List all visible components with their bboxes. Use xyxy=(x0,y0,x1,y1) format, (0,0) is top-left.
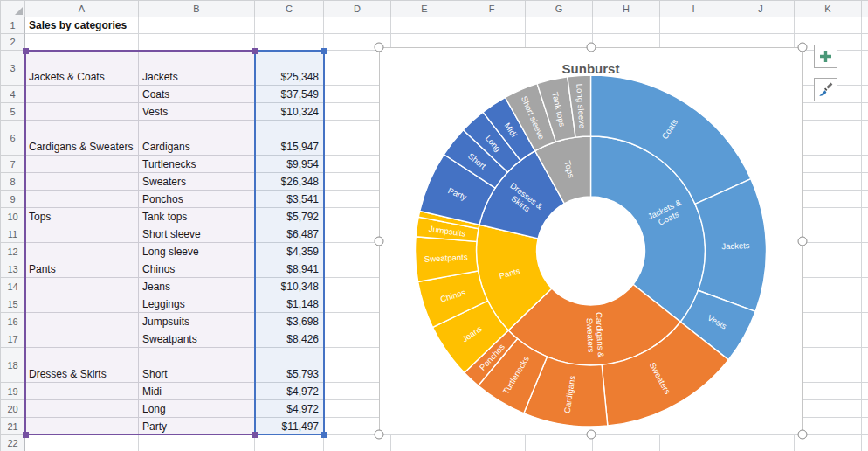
cell-K9[interactable] xyxy=(795,191,862,208)
cell-L16[interactable] xyxy=(862,313,868,330)
chart-resize-handle[interactable] xyxy=(375,236,384,246)
cell-L3[interactable] xyxy=(862,51,868,86)
row-header-13[interactable]: 13 xyxy=(1,260,25,278)
col-header-E[interactable]: E xyxy=(391,1,458,17)
cell-L11[interactable] xyxy=(862,226,868,243)
col-header-I[interactable]: I xyxy=(660,1,727,17)
row-header-14[interactable]: 14 xyxy=(1,278,25,295)
cell-L9[interactable] xyxy=(862,191,868,208)
cell-I22[interactable] xyxy=(660,435,727,451)
category-range-handle[interactable] xyxy=(252,48,258,54)
category-range-handle[interactable] xyxy=(23,432,29,438)
col-header-A[interactable]: A xyxy=(25,1,139,17)
row-header-9[interactable]: 9 xyxy=(1,191,25,208)
value-range-handle[interactable] xyxy=(321,48,327,54)
chart-resize-handle[interactable] xyxy=(798,236,808,246)
value-range-handle[interactable] xyxy=(321,432,327,438)
cell-K13[interactable] xyxy=(795,260,862,278)
chart-resize-handle[interactable] xyxy=(375,43,384,52)
row-header-16[interactable]: 16 xyxy=(1,313,25,330)
cell-L12[interactable] xyxy=(862,243,868,260)
col-header-J[interactable]: J xyxy=(727,1,795,17)
cell-L19[interactable] xyxy=(862,383,868,400)
cell-L1[interactable] xyxy=(862,17,868,34)
row-header-18[interactable]: 18 xyxy=(1,348,25,383)
cell-A22[interactable] xyxy=(25,435,139,451)
row-header-20[interactable]: 20 xyxy=(1,400,25,418)
chart-resize-handle[interactable] xyxy=(798,430,808,440)
cell-J22[interactable] xyxy=(727,435,795,451)
cell-A1[interactable]: Sales by categories xyxy=(25,17,139,34)
cell-E22[interactable] xyxy=(391,435,458,451)
row-header-17[interactable]: 17 xyxy=(1,330,25,348)
col-header-F[interactable]: F xyxy=(458,1,526,17)
cell-L18[interactable] xyxy=(862,348,868,383)
cell-L6[interactable] xyxy=(862,121,868,156)
cell-K18[interactable] xyxy=(795,348,862,383)
col-header-partial[interactable] xyxy=(862,1,868,17)
row-header-6[interactable]: 6 xyxy=(1,121,25,156)
cell-L13[interactable] xyxy=(862,260,868,278)
row-header-15[interactable]: 15 xyxy=(1,295,25,313)
cell-B1[interactable] xyxy=(139,17,255,34)
cell-K1[interactable] xyxy=(795,17,862,34)
cell-L17[interactable] xyxy=(862,330,868,348)
cell-L10[interactable] xyxy=(862,208,868,226)
cell-K15[interactable] xyxy=(795,295,862,313)
value-range-highlight[interactable] xyxy=(254,50,325,435)
row-header-8[interactable]: 8 xyxy=(1,173,25,191)
cell-D1[interactable] xyxy=(324,17,391,34)
col-header-B[interactable]: B xyxy=(139,1,255,17)
cell-C22[interactable] xyxy=(255,435,324,451)
cell-K20[interactable] xyxy=(795,400,862,418)
chart-elements-button[interactable] xyxy=(814,45,837,68)
row-header-1[interactable]: 1 xyxy=(1,17,25,34)
cell-B22[interactable] xyxy=(139,435,255,451)
col-header-G[interactable]: G xyxy=(526,1,593,17)
cell-K12[interactable] xyxy=(795,243,862,260)
chart-resize-handle[interactable] xyxy=(586,430,596,440)
col-header-D[interactable]: D xyxy=(324,1,391,17)
cell-L2[interactable] xyxy=(862,34,868,51)
cell-L14[interactable] xyxy=(862,278,868,295)
cell-B2[interactable] xyxy=(139,34,255,51)
chart-resize-handle[interactable] xyxy=(798,43,808,52)
row-header-7[interactable]: 7 xyxy=(1,156,25,173)
chart-object[interactable]: SunburstCoatsJacketsVestsJackets &CoatsS… xyxy=(379,47,803,434)
row-header-22[interactable]: 22 xyxy=(1,435,25,451)
row-header-10[interactable]: 10 xyxy=(1,208,25,226)
cell-L22[interactable] xyxy=(862,435,868,451)
row-header-3[interactable]: 3 xyxy=(1,51,25,86)
cell-L4[interactable] xyxy=(862,86,868,103)
row-header-4[interactable]: 4 xyxy=(1,86,25,103)
cell-K19[interactable] xyxy=(795,383,862,400)
cell-L7[interactable] xyxy=(862,156,868,173)
cell-J1[interactable] xyxy=(727,17,795,34)
row-header-19[interactable]: 19 xyxy=(1,383,25,400)
cell-L15[interactable] xyxy=(862,295,868,313)
row-header-11[interactable]: 11 xyxy=(1,226,25,243)
row-header-12[interactable]: 12 xyxy=(1,243,25,260)
chart-resize-handle[interactable] xyxy=(586,43,596,52)
col-header-K[interactable]: K xyxy=(795,1,862,17)
cell-A2[interactable] xyxy=(25,34,139,51)
cell-L5[interactable] xyxy=(862,103,868,121)
row-header-5[interactable]: 5 xyxy=(1,103,25,121)
category-range-handle[interactable] xyxy=(252,432,258,438)
chart-resize-handle[interactable] xyxy=(375,430,384,440)
col-header-C[interactable]: C xyxy=(255,1,324,17)
cell-I1[interactable] xyxy=(660,17,727,34)
cell-H1[interactable] xyxy=(593,17,660,34)
select-all-corner[interactable] xyxy=(1,1,25,17)
cell-G22[interactable] xyxy=(526,435,593,451)
cell-C1[interactable] xyxy=(255,17,324,34)
cell-E1[interactable] xyxy=(391,17,458,34)
cell-K17[interactable] xyxy=(795,330,862,348)
cell-G1[interactable] xyxy=(526,17,593,34)
cell-K8[interactable] xyxy=(795,173,862,191)
cell-C2[interactable] xyxy=(255,34,324,51)
chart-styles-button[interactable] xyxy=(814,78,837,101)
cell-K6[interactable] xyxy=(795,121,862,156)
category-range-handle[interactable] xyxy=(23,48,29,54)
cell-K10[interactable] xyxy=(795,208,862,226)
